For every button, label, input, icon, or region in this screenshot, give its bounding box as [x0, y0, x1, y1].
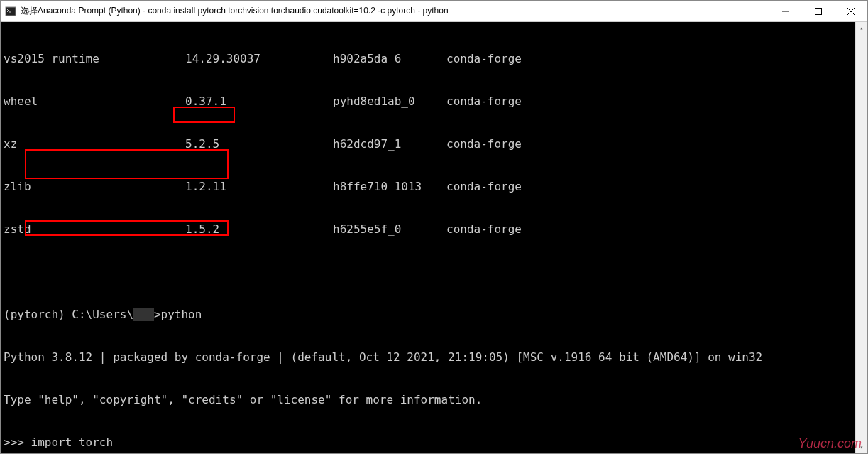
- titlebar[interactable]: 选择Anaconda Prompt (Python) - conda insta…: [1, 1, 867, 22]
- highlight-box-python: [173, 107, 235, 123]
- svg-rect-3: [815, 8, 822, 14]
- python-banner: Python 3.8.12 | packaged by conda-forge …: [4, 350, 864, 364]
- scroll-up-icon[interactable]: ▴: [856, 22, 867, 34]
- package-row: zlib1.2.11h8ffe710_1013conda-forge: [4, 180, 864, 194]
- scroll-track[interactable]: [856, 34, 867, 441]
- python-banner: Type "help", "copyright", "credits" or "…: [4, 393, 864, 407]
- window-title: 选择Anaconda Prompt (Python) - conda insta…: [21, 5, 449, 17]
- shell-prompt-line: (pytorch) C:\Users\ >python: [4, 308, 864, 322]
- highlight-box-import: [25, 149, 229, 179]
- package-row: wheel0.37.1pyhd8ed1ab_0conda-forge: [4, 94, 864, 109]
- watermark-text: Yuucn.com: [798, 436, 862, 450]
- maximize-button[interactable]: [802, 1, 835, 21]
- terminal-body[interactable]: vs2015_runtime14.29.30037h902a5da_6conda…: [1, 22, 867, 453]
- app-icon: [5, 6, 16, 17]
- svg-rect-0: [6, 7, 16, 16]
- close-button[interactable]: [835, 1, 867, 21]
- repl-line: >>> import torch: [4, 436, 864, 450]
- package-row: zstd1.5.2h6255e5f_0conda-forge: [4, 222, 864, 237]
- minimize-button[interactable]: [769, 1, 802, 21]
- package-row: vs2015_runtime14.29.30037h902a5da_6conda…: [4, 52, 864, 66]
- window-controls: [769, 1, 867, 21]
- terminal-window: 选择Anaconda Prompt (Python) - conda insta…: [0, 0, 868, 454]
- package-row: xz5.2.5h62dcd97_1conda-forge: [4, 137, 864, 151]
- blank-line: [4, 265, 864, 279]
- scrollbar[interactable]: ▴ ▾: [855, 22, 867, 453]
